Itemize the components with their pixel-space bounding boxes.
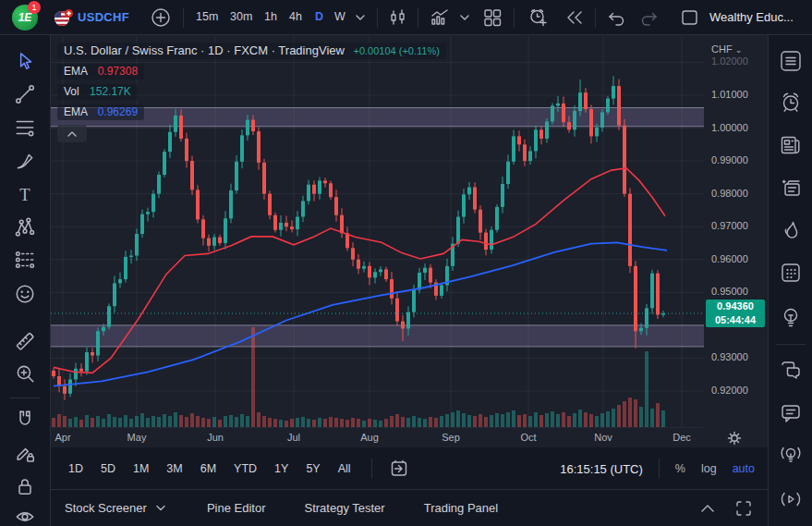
range-ytd[interactable]: YTD: [234, 462, 257, 475]
ema-label: EMA: [64, 105, 87, 118]
ema-label: EMA: [64, 65, 87, 78]
alerts-icon[interactable]: [778, 90, 804, 116]
undo-icon[interactable]: [606, 8, 626, 27]
price-axis-label: 0.92000: [711, 385, 748, 396]
news-icon[interactable]: [778, 132, 804, 158]
ema-red-value: 0.97308: [98, 65, 138, 78]
text-notes-icon[interactable]: [778, 175, 804, 201]
legend-ema-blue-row[interactable]: EMA 0.96269: [57, 104, 144, 120]
fullscreen-icon[interactable]: [734, 499, 753, 518]
fib-retracement-tool-icon[interactable]: [14, 116, 36, 139]
legend-volume-row[interactable]: Vol 152.17K: [57, 84, 138, 100]
volume-label: Vol: [64, 85, 79, 98]
percent-scale-button[interactable]: %: [675, 462, 685, 475]
ema-blue-value: 0.96269: [98, 105, 138, 118]
legend-ema-red-row[interactable]: EMA 0.97308: [57, 64, 144, 80]
ideas-bulb-icon[interactable]: [778, 305, 804, 331]
right-sidebar: [768, 35, 812, 526]
timeframe-1d[interactable]: D: [315, 10, 323, 23]
auto-scale-button[interactable]: auto: [733, 462, 755, 475]
emoji-tool-icon[interactable]: [14, 283, 36, 305]
zoom-in-icon[interactable]: [14, 362, 36, 385]
timeframe-1h[interactable]: 1h: [264, 10, 277, 23]
trend-line-tool-icon[interactable]: [14, 83, 36, 105]
tab-strategy-tester[interactable]: Strategy Tester: [304, 501, 384, 515]
price-axis-label: 1.02000: [711, 55, 748, 67]
price-axis-label: 0.99000: [711, 154, 748, 165]
timeframe-15m[interactable]: 15m: [196, 10, 218, 23]
screener-chevron-icon: [153, 503, 168, 514]
range-5d[interactable]: 5D: [101, 462, 115, 475]
currency-scale-button[interactable]: CHF ⌄: [711, 43, 742, 55]
legend-collapse-button[interactable]: [57, 125, 87, 142]
watchlist-icon[interactable]: [778, 48, 804, 74]
magnet-mode-icon[interactable]: [14, 408, 36, 430]
measure-ruler-icon[interactable]: [14, 330, 36, 352]
go-to-date-button[interactable]: [371, 459, 409, 479]
private-chats-icon[interactable]: [778, 400, 804, 426]
timeframe-menu-chevron-icon[interactable]: [354, 12, 367, 23]
time-axis-label: Dec: [663, 432, 700, 443]
redo-icon[interactable]: [639, 8, 660, 27]
timeframe-4h[interactable]: 4h: [289, 10, 302, 23]
hide-drawings-eye-icon[interactable]: [14, 506, 36, 526]
layout-grid-icon[interactable]: [482, 7, 503, 28]
text-tool-icon[interactable]: T: [14, 183, 36, 205]
volume-value: 152.17K: [90, 85, 131, 98]
range-all[interactable]: All: [338, 462, 351, 475]
cursor-tool-icon[interactable]: [14, 50, 36, 72]
legend-title-row[interactable]: U.S. Dollar / Swiss Franc · 1D · FXCM · …: [57, 43, 446, 59]
lock-drawings-icon[interactable]: [14, 475, 36, 497]
range-5y[interactable]: 5Y: [306, 462, 320, 475]
clock-utc[interactable]: 16:15:15 (UTC): [560, 462, 643, 476]
price-axis-label: 0.98000: [711, 188, 748, 199]
time-axis-label: Sep: [432, 432, 469, 443]
compare-add-icon[interactable]: [151, 7, 171, 28]
symbol-flag-icon: [54, 8, 74, 27]
account-name[interactable]: Wealthy Educ...: [709, 10, 794, 24]
public-chats-icon[interactable]: [778, 357, 804, 383]
svg-text:T: T: [19, 185, 30, 204]
symbol-button[interactable]: USDCHF: [78, 10, 129, 24]
range-toolbar: 1D 5D 1M 3M 6M YTD 1Y 5Y All 16:15:15 (U…: [51, 447, 768, 490]
range-1y[interactable]: 1Y: [274, 462, 288, 475]
last-price-value: 0.94360: [706, 300, 765, 313]
timeframe-30m[interactable]: 30m: [230, 10, 252, 23]
tradingview-app: 1E 1 USDCHF 15m 30m 1h 4h D W: [0, 0, 812, 526]
indicators-icon[interactable]: [429, 7, 451, 28]
price-axis-label: 0.96000: [711, 253, 748, 264]
chart-style-icon[interactable]: [388, 7, 408, 28]
range-1m[interactable]: 1M: [133, 462, 149, 475]
bar-replay-icon[interactable]: [564, 8, 586, 27]
chart-legend: U.S. Dollar / Swiss Franc · 1D · FXCM · …: [57, 43, 446, 142]
time-axis-label: Nov: [585, 432, 622, 443]
save-layout-icon[interactable]: [680, 8, 700, 27]
tab-pine-editor[interactable]: Pine Editor: [207, 501, 266, 515]
bottom-panel: Stock Screener Pine Editor Strategy Test…: [51, 490, 768, 526]
log-scale-button[interactable]: log: [701, 462, 717, 475]
range-1d[interactable]: 1D: [68, 462, 83, 475]
tab-trading-panel[interactable]: Trading Panel: [424, 501, 498, 515]
price-axis-label: 0.95000: [711, 286, 748, 297]
timeframe-1w[interactable]: W: [334, 10, 345, 23]
panel-expand-icon[interactable]: [697, 500, 718, 517]
range-3m[interactable]: 3M: [166, 462, 182, 475]
tab-stock-screener[interactable]: Stock Screener: [65, 501, 168, 515]
indicators-menu-chevron-icon[interactable]: [458, 12, 471, 23]
axis-settings-icon[interactable]: [726, 430, 743, 446]
price-axis-label: 0.97000: [711, 220, 748, 231]
xabcd-pattern-tool-icon[interactable]: [14, 216, 36, 239]
time-axis-label: May: [118, 432, 155, 443]
live-streams-icon[interactable]: [778, 486, 804, 512]
forecast-tool-icon[interactable]: [14, 249, 36, 271]
brush-tool-icon[interactable]: [14, 150, 36, 172]
stay-drawing-mode-icon[interactable]: [14, 442, 36, 464]
time-axis[interactable]: AprMayJunJulAugSepOctNovDec: [51, 427, 704, 447]
alert-add-icon[interactable]: [527, 7, 550, 28]
calendar-icon[interactable]: [778, 260, 804, 286]
range-6m[interactable]: 6M: [200, 462, 216, 475]
drawing-toolbar: T: [0, 35, 51, 526]
price-axis-label: 1.01000: [711, 89, 748, 100]
ideas-stream-icon[interactable]: [778, 442, 804, 468]
hotlists-flame-icon[interactable]: [778, 218, 804, 244]
